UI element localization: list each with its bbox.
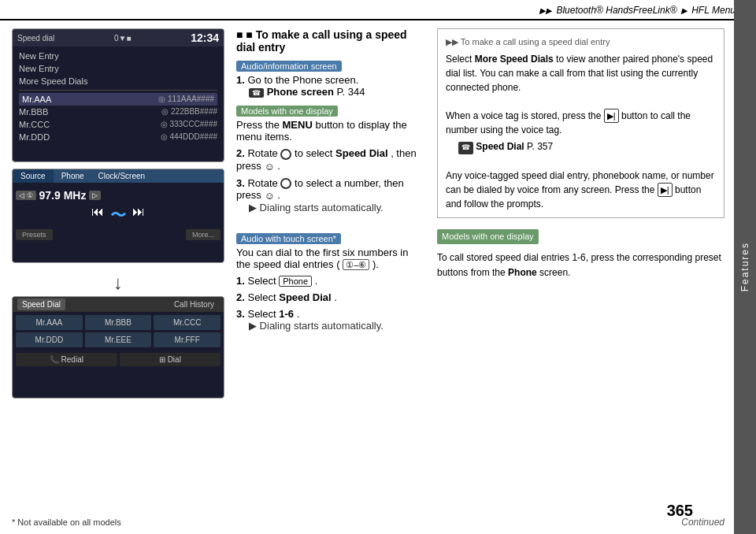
touch-intro: You can dial to the first six numbers in… <box>236 247 425 270</box>
ss-signal: 0▼■ <box>114 34 132 43</box>
audio-screenshot: Source Phone Clock/Screen ◁ ① 97.9 MHz ▷… <box>12 169 224 263</box>
audio-tabs: Source Phone Clock/Screen <box>13 169 224 183</box>
list-item: Mr.BBB◎ 222BBB#### <box>19 106 217 118</box>
speed-dial-label-2: Speed Dial <box>279 291 331 303</box>
list-item: More Speed Dials <box>19 75 217 87</box>
tab-speed-dial: Speed Dial <box>17 299 65 310</box>
right-notes-column: ▶▶ To make a call using a speed dial ent… <box>437 28 724 523</box>
num-range: 1-6 <box>279 308 294 320</box>
knob-icon <box>280 149 291 160</box>
voice-btn: ▶| <box>604 109 619 124</box>
tab-call-history: Call History <box>169 299 219 310</box>
dial-label: Dial <box>168 355 181 364</box>
audio-body: ◁ ① 97.9 MHz ▷ ⏮ 〜 ⏭ Presets More... <box>13 183 224 243</box>
instructions-column: ■ ■ To make a call using a speed dial en… <box>236 28 425 523</box>
touch-step-2: 2. Select Speed Dial . <box>236 291 425 303</box>
page-number: 365 <box>667 502 693 520</box>
note-title: ▶▶ To make a call using a speed dial ent… <box>446 35 716 49</box>
sd-cell: Mr.DDD <box>16 332 83 347</box>
tab-phone: Phone <box>54 169 92 183</box>
grid-icon: ⊞ <box>159 355 165 364</box>
ss-top-header: Speed dial 0▼■ 12:34 <box>13 29 224 46</box>
touch-step-1: 1. Select Phone . <box>236 275 425 287</box>
list-item-selected: Mr.AAA◎ 111AAA#### <box>19 93 217 106</box>
more-speed-dials: More Speed Dials <box>475 54 554 65</box>
band-btn: ◁ ① <box>16 191 36 200</box>
main-note-box: ▶▶ To make a call using a speed dial ent… <box>437 28 724 218</box>
speed-dial-ref: ☎ Speed Dial P. 357 <box>458 139 716 154</box>
next-btn: ⏭ <box>132 205 145 226</box>
presets-btn: Presets <box>16 229 53 240</box>
sd-tabs: Speed Dial Call History <box>13 297 224 312</box>
tag-audio-touch: Audio with touch screen* <box>236 233 341 244</box>
sd-cell: Mr.BBB <box>85 315 152 330</box>
bottom-screenshot-group: Source Phone Clock/Screen ◁ ① 97.9 MHz ▷… <box>12 169 224 405</box>
phone-btn: Phone <box>279 276 312 287</box>
step1-text: Go to the Phone screen. <box>247 74 358 86</box>
redial-label: Redial <box>61 355 83 364</box>
page-header: ▶▶ Bluetooth® HandsFreeLink® ▶ HFL Menus <box>0 0 756 20</box>
header-text: ▶▶ Bluetooth® HandsFreeLink® ▶ HFL Menus <box>538 5 740 16</box>
left-screenshots: Speed dial 0▼■ 12:34 New Entry New Entry… <box>12 28 224 523</box>
tab-source: Source <box>13 169 54 183</box>
sd-bottom-row: 📞 Redial ⊞ Dial <box>13 350 224 369</box>
menu-label: MENU <box>283 119 313 131</box>
dial-range-icon: ①–⑥ <box>343 259 369 270</box>
models-text-pre: Press the <box>236 119 283 131</box>
sd-grid: Mr.AAA Mr.BBB Mr.CCC Mr.DDD Mr.EEE Mr.FF… <box>13 312 224 350</box>
list-item: New Entry <box>19 62 217 75</box>
down-arrow: ↓ <box>113 273 123 292</box>
note-para-2: When a voice tag is stored, press the ▶|… <box>446 109 716 138</box>
tag-models-2: Models with one display <box>437 229 539 244</box>
ss-time: 12:34 <box>191 32 219 44</box>
title-square: ■ <box>236 28 243 41</box>
speed-dial-touch-screenshot: Speed Dial Call History Mr.AAA Mr.BBB Mr… <box>12 296 224 399</box>
dial-btn: ⊞ Dial <box>120 353 221 366</box>
voice-btn-2: ▶| <box>658 183 673 198</box>
enter-icon: ☺ <box>264 161 274 172</box>
dialing-note-2: ▶ Dialing starts automatically. <box>249 320 425 332</box>
section-title: ■ ■ To make a call using a speed dial en… <box>236 28 425 54</box>
phone-label: Phone <box>508 267 537 278</box>
speed-dial-screenshot: Speed dial 0▼■ 12:34 New Entry New Entry… <box>12 28 224 162</box>
sd-cell: Mr.EEE <box>85 332 152 347</box>
tag-models-one-display: Models with one display <box>236 106 338 117</box>
chapter-label: Features <box>739 242 750 291</box>
audio-controls: ⏮ 〜 ⏭ <box>16 205 220 226</box>
list-item: Mr.DDD◎ 444DDD#### <box>19 131 217 143</box>
divider <box>19 90 217 91</box>
note-para-3: Any voice-tagged speed dial entry, phone… <box>446 169 716 212</box>
models-note-2: To call stored speed dial entries 1-6, p… <box>437 250 724 280</box>
sd-cell: Mr.AAA <box>16 315 83 330</box>
speed-dial-label: Speed Dial <box>335 147 387 159</box>
chapter-sidebar: Features <box>734 0 756 534</box>
redial-btn: 📞 Redial <box>16 353 117 366</box>
touch-step-3: 3. Select 1-6 . ▶ Dialing starts automat… <box>236 308 425 332</box>
tag-audio-info: Audio/information screen <box>236 61 342 72</box>
page-footer: * Not available on all models Continued … <box>12 517 724 528</box>
freq-row: ◁ ① 97.9 MHz ▷ <box>16 189 220 202</box>
band-btn-right: ▷ <box>89 191 101 200</box>
wifi-icon: 〜 <box>110 205 126 226</box>
sd-cell: Mr.CCC <box>154 315 220 330</box>
list-item: Mr.CCC◎ 333CCC#### <box>19 118 217 131</box>
enter-icon-2: ☺ <box>264 190 274 202</box>
models-note: Press the MENU button to display the men… <box>236 119 425 143</box>
phone-screen-label: Phone screen <box>267 86 334 98</box>
knob-icon-2 <box>280 178 291 189</box>
phone-icon: 📞 <box>50 355 59 364</box>
step1-sub: ☎ Phone screen P. 344 <box>249 86 425 98</box>
step-1: 1. Go to the Phone screen. ☎ Phone scree… <box>236 74 425 98</box>
prev-btn: ⏮ <box>91 205 104 226</box>
phone-screen-icon: ☎ <box>249 88 264 98</box>
tab-clock: Clock/Screen <box>92 169 151 183</box>
main-content: Speed dial 0▼■ 12:34 New Entry New Entry… <box>0 20 756 531</box>
frequency-display: 97.9 MHz <box>39 189 87 202</box>
more-btn: More... <box>186 229 220 240</box>
step-2: 2. Rotate to select Speed Dial , then pr… <box>236 147 425 172</box>
brand-name: Bluetooth® HandsFreeLink® <box>556 5 676 16</box>
dialing-note-1: ▶ Dialing starts automatically. <box>249 202 425 213</box>
audio-bottom: Presets More... <box>16 229 220 240</box>
step1-page: P. 344 <box>337 86 365 98</box>
note-para-1: Select More Speed Dials to view another … <box>446 52 716 95</box>
